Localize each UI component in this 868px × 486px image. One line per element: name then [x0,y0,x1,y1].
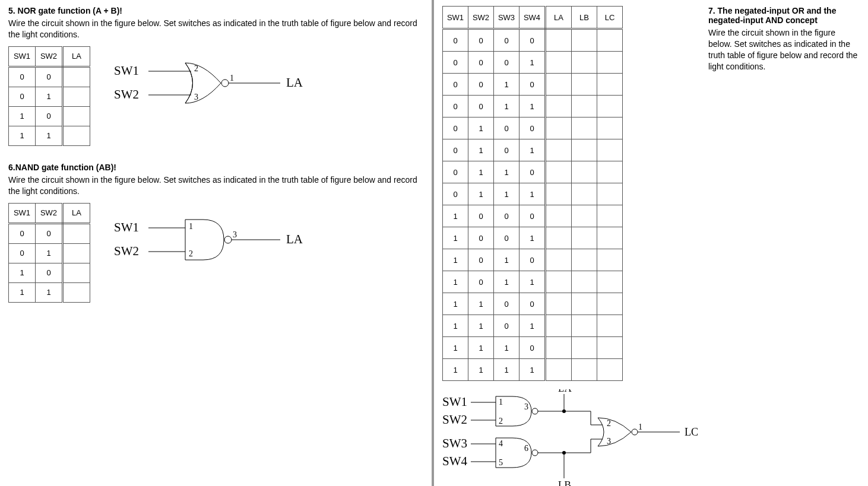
svg-point-2 [221,80,229,87]
cell [63,106,90,126]
cell: 1 [519,183,546,205]
cell: 1 [468,337,494,359]
pin-1: 1 [230,74,234,82]
cell [572,337,597,359]
cell: 0 [468,249,494,271]
cell [597,139,623,161]
cell: 0 [468,29,494,52]
cell [546,315,572,337]
section-5: 5. NOR gate function (A + B)! Wire the c… [8,6,423,146]
pin: 2 [607,419,611,428]
label-la: LA [286,75,303,90]
cell: 0 [443,183,468,205]
svg-point-12 [532,408,538,414]
cell: 0 [36,223,63,243]
cell: 0 [36,106,63,126]
cell: 0 [494,205,519,227]
cell [597,315,623,337]
th-la: LA [63,203,90,223]
cell: 1 [36,87,63,106]
th-lb: LB [572,7,597,29]
cell: 0 [468,74,494,96]
pin-1: 1 [189,222,193,231]
cell: 0 [443,74,468,96]
cell: 1 [519,359,546,381]
cell [546,161,572,183]
pin: 1 [638,423,642,431]
section-5-truth-table: SW1 SW2 LA 00 01 10 11 [8,46,90,146]
label-lc: LC [685,426,698,438]
th-sw1: SW1 [9,46,36,66]
cell: 0 [494,315,519,337]
section-6: 6.NAND gate function (AB)! Wire the circ… [8,163,423,303]
cell [597,52,623,74]
th-la: LA [546,7,572,29]
cell: 1 [9,106,36,126]
cell: 0 [494,117,519,139]
cell: 0 [494,139,519,161]
label-la: LA [558,389,572,394]
cell: 0 [9,223,36,243]
pin: 1 [499,398,503,406]
cell: 0 [443,139,468,161]
cell [546,96,572,117]
cell: 0 [443,161,468,183]
cell [597,359,623,381]
cell [572,183,597,205]
section-5-desc: Wire the circuit shown in the figure bel… [8,18,423,40]
section-7-desc: Wire the circuit shown in the figure bel… [708,27,860,72]
cell [546,183,572,205]
cell [546,117,572,139]
cell [546,293,572,315]
cell: 0 [9,87,36,106]
pin: 6 [524,444,528,453]
cell [63,66,90,87]
label-sw1: SW1 [442,395,467,409]
cell: 1 [443,337,468,359]
label-sw2: SW2 [442,412,467,427]
cell: 0 [468,96,494,117]
negated-input-diagram: SW1 SW2 SW3 SW4 1 2 3 [442,389,704,486]
cell [546,205,572,227]
cell [546,74,572,96]
cell [63,282,90,302]
th-sw1: SW1 [443,7,468,29]
section-7-title: 7. The negated-input OR and the negated-… [708,6,860,25]
cell: 1 [468,161,494,183]
nand-gate-diagram: SW1 SW2 LA 1 2 3 [114,215,316,268]
cell: 1 [443,249,468,271]
cell [572,249,597,271]
label-sw1: SW1 [114,63,139,78]
cell: 1 [443,227,468,249]
cell [572,271,597,293]
cell [597,227,623,249]
cell: 1 [494,161,519,183]
cell: 0 [468,227,494,249]
cell: 1 [519,52,546,74]
cell: 0 [443,96,468,117]
cell [572,139,597,161]
cell [597,183,623,205]
cell [572,96,597,117]
cell: 0 [443,117,468,139]
cell [597,249,623,271]
cell [572,227,597,249]
cell: 1 [468,293,494,315]
cell [546,271,572,293]
cell [63,243,90,263]
cell [572,161,597,183]
label-la: LA [286,232,303,246]
cell [597,96,623,117]
label-sw2: SW2 [114,244,139,258]
pin: 5 [499,458,503,467]
th-la: LA [63,46,90,66]
cell: 0 [9,243,36,263]
th-sw2: SW2 [36,46,63,66]
cell: 0 [519,205,546,227]
cell: 0 [468,205,494,227]
cell [572,205,597,227]
cell [546,29,572,52]
pin-3: 3 [233,230,237,239]
cell: 0 [468,52,494,74]
cell: 0 [443,52,468,74]
